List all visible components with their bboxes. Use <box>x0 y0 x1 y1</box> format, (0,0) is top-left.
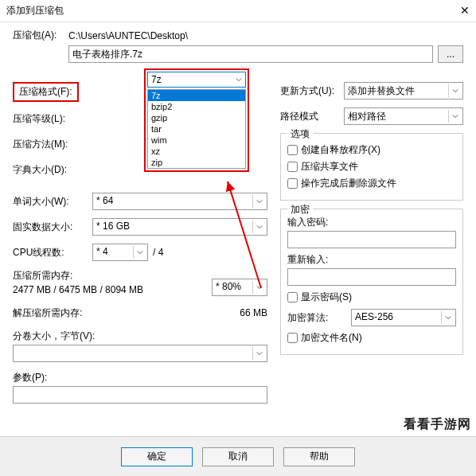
level-label: 压缩等级(L): <box>13 112 92 126</box>
archive-label: 压缩包(A): <box>13 29 68 42</box>
method-label: 压缩方法(M): <box>13 138 92 151</box>
format-dropdown-open[interactable]: 7z 7z bzip2 gzip tar wim xz zip <box>144 68 249 172</box>
chevron-down-icon <box>252 281 265 294</box>
solid-label: 固实数据大小: <box>13 220 92 234</box>
showpwd-label: 显示密码(S) <box>301 291 352 304</box>
word-combo[interactable]: * 64 <box>92 193 267 210</box>
format-option[interactable]: bzip2 <box>148 101 245 112</box>
format-options-list: 7z bzip2 gzip tar wim xz zip <box>147 89 246 169</box>
chevron-down-icon <box>133 246 146 259</box>
params-input[interactable] <box>13 386 267 404</box>
update-combo[interactable]: 添加并替换文件 <box>344 82 463 99</box>
cpu-label: CPU线程数: <box>13 246 92 259</box>
decompress-mem-label: 解压缩所需内存: <box>13 306 108 320</box>
ok-button[interactable]: 确定 <box>121 447 193 466</box>
algo-label: 加密算法: <box>287 311 351 325</box>
pwd-label: 输入密码: <box>287 217 328 228</box>
help-button[interactable]: 帮助 <box>283 447 355 466</box>
showpwd-checkbox[interactable] <box>287 292 298 302</box>
archive-path: C:\Users\AUNTEC\Desktop\ <box>68 30 188 41</box>
button-bar: 确定 取消 帮助 <box>0 436 476 476</box>
cancel-button[interactable]: 取消 <box>202 447 274 466</box>
format-option[interactable]: xz <box>148 146 245 157</box>
chevron-down-icon <box>252 195 265 208</box>
compress-mem-value: 2477 MB / 6475 MB / 8094 MB <box>13 284 143 295</box>
close-icon[interactable]: ✕ <box>460 4 470 17</box>
watermark-text: 看看手游网 <box>404 416 471 433</box>
params-label: 参数(P): <box>13 372 47 383</box>
cpu-max: / 4 <box>153 247 163 258</box>
encnames-label: 加密文件名(N) <box>301 331 362 345</box>
encrypt-fieldset: 加密 输入密码: 重新输入: 显示密码(S) 加密算法: AES-256 加密文… <box>280 209 463 355</box>
update-label: 更新方式(U): <box>280 84 344 98</box>
encrypt-legend: 加密 <box>287 203 313 217</box>
split-combo[interactable] <box>13 345 267 362</box>
word-label: 单词大小(W): <box>13 195 92 209</box>
mem-pct-combo[interactable]: * 80% <box>212 279 267 296</box>
options-legend: 选项 <box>287 127 313 141</box>
browse-button[interactable]: ... <box>438 45 463 63</box>
chevron-down-icon <box>236 74 242 85</box>
delete-checkbox[interactable] <box>287 178 298 189</box>
title-bar: 添加到压缩包 ✕ <box>0 0 476 22</box>
archive-file-input[interactable] <box>68 45 433 63</box>
sfx-checkbox[interactable] <box>287 145 298 155</box>
format-option[interactable]: gzip <box>148 112 245 123</box>
shared-label: 压缩共享文件 <box>301 160 358 174</box>
chevron-down-icon <box>448 84 461 97</box>
compress-mem-label: 压缩所需内存: <box>13 269 212 283</box>
pathmode-combo[interactable]: 相对路径 <box>344 107 463 125</box>
password-input[interactable] <box>287 231 456 248</box>
format-option[interactable]: zip <box>148 157 245 168</box>
algo-combo[interactable]: AES-256 <box>351 309 456 326</box>
window-title: 添加到压缩包 <box>6 4 64 18</box>
archive-path-row: 压缩包(A): C:\Users\AUNTEC\Desktop\ <box>13 29 463 42</box>
format-label: 压缩格式(F): <box>13 82 79 102</box>
options-fieldset: 选项 创建自释放程序(X) 压缩共享文件 操作完成后删除源文件 <box>280 133 463 201</box>
shared-checkbox[interactable] <box>287 162 298 172</box>
format-selected: 7z <box>151 74 162 85</box>
decompress-mem-value: 66 MB <box>108 307 267 318</box>
encnames-checkbox[interactable] <box>287 333 298 343</box>
delete-label: 操作完成后删除源文件 <box>301 177 396 190</box>
format-option[interactable]: 7z <box>148 90 245 101</box>
cpu-combo[interactable]: * 4 <box>92 244 148 261</box>
solid-combo[interactable]: * 16 GB <box>92 218 267 236</box>
chevron-down-icon <box>252 347 265 360</box>
chevron-down-icon <box>252 220 265 233</box>
sfx-label: 创建自释放程序(X) <box>301 143 380 157</box>
dict-label: 字典大小(D): <box>13 163 92 177</box>
format-option[interactable]: wim <box>148 135 245 146</box>
repassword-input[interactable] <box>287 268 456 286</box>
pathmode-label: 路径模式 <box>280 110 344 123</box>
format-option[interactable]: tar <box>148 123 245 135</box>
repwd-label: 重新输入: <box>287 254 328 265</box>
chevron-down-icon <box>441 311 454 324</box>
chevron-down-icon <box>448 110 461 123</box>
split-label: 分卷大小，字节(V): <box>13 330 95 341</box>
